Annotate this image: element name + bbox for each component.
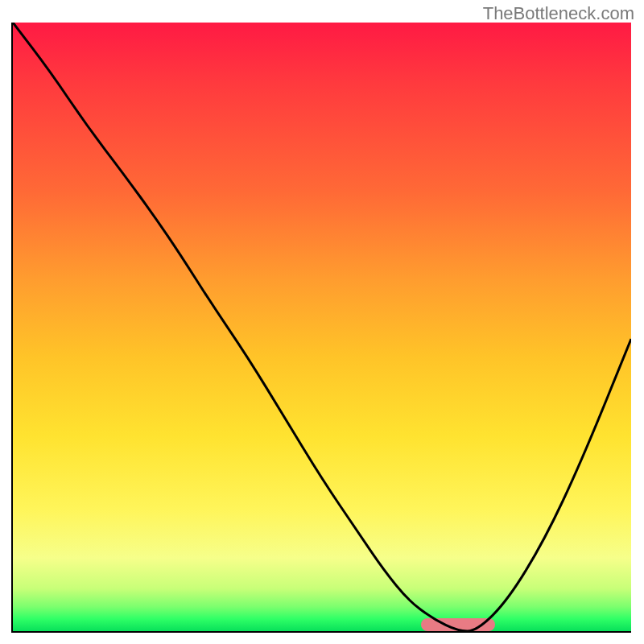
- chart-container: TheBottleneck.com: [0, 0, 644, 644]
- curve-path: [13, 23, 631, 631]
- x-axis-line: [11, 631, 631, 633]
- plot-area: [13, 23, 631, 631]
- bottleneck-curve: [13, 23, 631, 631]
- watermark-text: TheBottleneck.com: [483, 3, 634, 24]
